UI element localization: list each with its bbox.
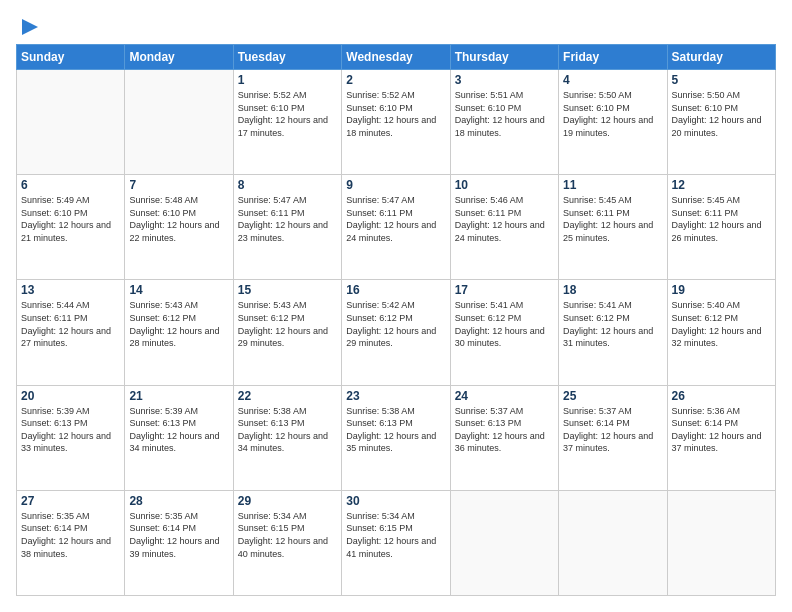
day-info: Sunrise: 5:35 AM Sunset: 6:14 PM Dayligh… bbox=[21, 510, 120, 560]
day-info: Sunrise: 5:38 AM Sunset: 6:13 PM Dayligh… bbox=[346, 405, 445, 455]
day-info: Sunrise: 5:36 AM Sunset: 6:14 PM Dayligh… bbox=[672, 405, 771, 455]
calendar-cell: 18Sunrise: 5:41 AM Sunset: 6:12 PM Dayli… bbox=[559, 280, 667, 385]
day-info: Sunrise: 5:34 AM Sunset: 6:15 PM Dayligh… bbox=[346, 510, 445, 560]
calendar-cell: 20Sunrise: 5:39 AM Sunset: 6:13 PM Dayli… bbox=[17, 385, 125, 490]
calendar-cell: 10Sunrise: 5:46 AM Sunset: 6:11 PM Dayli… bbox=[450, 175, 558, 280]
calendar-cell: 29Sunrise: 5:34 AM Sunset: 6:15 PM Dayli… bbox=[233, 490, 341, 595]
week-row-1: 6Sunrise: 5:49 AM Sunset: 6:10 PM Daylig… bbox=[17, 175, 776, 280]
day-number: 22 bbox=[238, 389, 337, 403]
calendar-cell: 28Sunrise: 5:35 AM Sunset: 6:14 PM Dayli… bbox=[125, 490, 233, 595]
day-info: Sunrise: 5:37 AM Sunset: 6:14 PM Dayligh… bbox=[563, 405, 662, 455]
day-info: Sunrise: 5:43 AM Sunset: 6:12 PM Dayligh… bbox=[238, 299, 337, 349]
day-number: 12 bbox=[672, 178, 771, 192]
day-number: 16 bbox=[346, 283, 445, 297]
calendar-cell: 13Sunrise: 5:44 AM Sunset: 6:11 PM Dayli… bbox=[17, 280, 125, 385]
calendar-cell: 23Sunrise: 5:38 AM Sunset: 6:13 PM Dayli… bbox=[342, 385, 450, 490]
day-number: 9 bbox=[346, 178, 445, 192]
calendar-cell bbox=[559, 490, 667, 595]
day-info: Sunrise: 5:41 AM Sunset: 6:12 PM Dayligh… bbox=[563, 299, 662, 349]
weekday-header-saturday: Saturday bbox=[667, 45, 775, 70]
day-number: 8 bbox=[238, 178, 337, 192]
day-info: Sunrise: 5:47 AM Sunset: 6:11 PM Dayligh… bbox=[346, 194, 445, 244]
calendar-cell: 14Sunrise: 5:43 AM Sunset: 6:12 PM Dayli… bbox=[125, 280, 233, 385]
day-info: Sunrise: 5:43 AM Sunset: 6:12 PM Dayligh… bbox=[129, 299, 228, 349]
day-number: 20 bbox=[21, 389, 120, 403]
day-number: 3 bbox=[455, 73, 554, 87]
day-number: 27 bbox=[21, 494, 120, 508]
day-number: 25 bbox=[563, 389, 662, 403]
calendar-cell: 1Sunrise: 5:52 AM Sunset: 6:10 PM Daylig… bbox=[233, 70, 341, 175]
logo-flag-icon bbox=[18, 16, 40, 38]
day-number: 24 bbox=[455, 389, 554, 403]
day-info: Sunrise: 5:47 AM Sunset: 6:11 PM Dayligh… bbox=[238, 194, 337, 244]
calendar-cell: 11Sunrise: 5:45 AM Sunset: 6:11 PM Dayli… bbox=[559, 175, 667, 280]
weekday-header-monday: Monday bbox=[125, 45, 233, 70]
calendar-cell: 3Sunrise: 5:51 AM Sunset: 6:10 PM Daylig… bbox=[450, 70, 558, 175]
day-number: 30 bbox=[346, 494, 445, 508]
calendar-cell: 5Sunrise: 5:50 AM Sunset: 6:10 PM Daylig… bbox=[667, 70, 775, 175]
day-number: 10 bbox=[455, 178, 554, 192]
header bbox=[16, 16, 776, 34]
day-info: Sunrise: 5:38 AM Sunset: 6:13 PM Dayligh… bbox=[238, 405, 337, 455]
day-number: 28 bbox=[129, 494, 228, 508]
week-row-3: 20Sunrise: 5:39 AM Sunset: 6:13 PM Dayli… bbox=[17, 385, 776, 490]
calendar-cell: 24Sunrise: 5:37 AM Sunset: 6:13 PM Dayli… bbox=[450, 385, 558, 490]
day-info: Sunrise: 5:52 AM Sunset: 6:10 PM Dayligh… bbox=[346, 89, 445, 139]
day-number: 5 bbox=[672, 73, 771, 87]
day-info: Sunrise: 5:37 AM Sunset: 6:13 PM Dayligh… bbox=[455, 405, 554, 455]
day-number: 13 bbox=[21, 283, 120, 297]
day-number: 4 bbox=[563, 73, 662, 87]
calendar-cell: 22Sunrise: 5:38 AM Sunset: 6:13 PM Dayli… bbox=[233, 385, 341, 490]
week-row-4: 27Sunrise: 5:35 AM Sunset: 6:14 PM Dayli… bbox=[17, 490, 776, 595]
calendar-cell: 17Sunrise: 5:41 AM Sunset: 6:12 PM Dayli… bbox=[450, 280, 558, 385]
weekday-header-sunday: Sunday bbox=[17, 45, 125, 70]
day-info: Sunrise: 5:45 AM Sunset: 6:11 PM Dayligh… bbox=[563, 194, 662, 244]
day-number: 26 bbox=[672, 389, 771, 403]
logo bbox=[16, 16, 40, 34]
day-info: Sunrise: 5:50 AM Sunset: 6:10 PM Dayligh… bbox=[563, 89, 662, 139]
weekday-header-friday: Friday bbox=[559, 45, 667, 70]
week-row-2: 13Sunrise: 5:44 AM Sunset: 6:11 PM Dayli… bbox=[17, 280, 776, 385]
weekday-header-tuesday: Tuesday bbox=[233, 45, 341, 70]
calendar-cell: 2Sunrise: 5:52 AM Sunset: 6:10 PM Daylig… bbox=[342, 70, 450, 175]
calendar-cell bbox=[125, 70, 233, 175]
calendar-cell: 19Sunrise: 5:40 AM Sunset: 6:12 PM Dayli… bbox=[667, 280, 775, 385]
calendar-cell: 16Sunrise: 5:42 AM Sunset: 6:12 PM Dayli… bbox=[342, 280, 450, 385]
svg-marker-0 bbox=[22, 19, 38, 35]
day-info: Sunrise: 5:42 AM Sunset: 6:12 PM Dayligh… bbox=[346, 299, 445, 349]
day-info: Sunrise: 5:34 AM Sunset: 6:15 PM Dayligh… bbox=[238, 510, 337, 560]
calendar-cell: 25Sunrise: 5:37 AM Sunset: 6:14 PM Dayli… bbox=[559, 385, 667, 490]
day-number: 21 bbox=[129, 389, 228, 403]
day-number: 14 bbox=[129, 283, 228, 297]
day-info: Sunrise: 5:46 AM Sunset: 6:11 PM Dayligh… bbox=[455, 194, 554, 244]
day-number: 17 bbox=[455, 283, 554, 297]
calendar-cell: 7Sunrise: 5:48 AM Sunset: 6:10 PM Daylig… bbox=[125, 175, 233, 280]
calendar-cell: 9Sunrise: 5:47 AM Sunset: 6:11 PM Daylig… bbox=[342, 175, 450, 280]
calendar-cell: 6Sunrise: 5:49 AM Sunset: 6:10 PM Daylig… bbox=[17, 175, 125, 280]
day-info: Sunrise: 5:48 AM Sunset: 6:10 PM Dayligh… bbox=[129, 194, 228, 244]
day-number: 15 bbox=[238, 283, 337, 297]
calendar-cell: 4Sunrise: 5:50 AM Sunset: 6:10 PM Daylig… bbox=[559, 70, 667, 175]
day-number: 1 bbox=[238, 73, 337, 87]
day-info: Sunrise: 5:52 AM Sunset: 6:10 PM Dayligh… bbox=[238, 89, 337, 139]
day-number: 6 bbox=[21, 178, 120, 192]
weekday-header-wednesday: Wednesday bbox=[342, 45, 450, 70]
day-info: Sunrise: 5:40 AM Sunset: 6:12 PM Dayligh… bbox=[672, 299, 771, 349]
calendar-cell bbox=[17, 70, 125, 175]
day-number: 23 bbox=[346, 389, 445, 403]
day-number: 19 bbox=[672, 283, 771, 297]
weekday-header-row: SundayMondayTuesdayWednesdayThursdayFrid… bbox=[17, 45, 776, 70]
day-info: Sunrise: 5:49 AM Sunset: 6:10 PM Dayligh… bbox=[21, 194, 120, 244]
calendar-cell: 12Sunrise: 5:45 AM Sunset: 6:11 PM Dayli… bbox=[667, 175, 775, 280]
day-number: 29 bbox=[238, 494, 337, 508]
calendar-cell: 21Sunrise: 5:39 AM Sunset: 6:13 PM Dayli… bbox=[125, 385, 233, 490]
day-info: Sunrise: 5:35 AM Sunset: 6:14 PM Dayligh… bbox=[129, 510, 228, 560]
calendar-table: SundayMondayTuesdayWednesdayThursdayFrid… bbox=[16, 44, 776, 596]
calendar-cell: 27Sunrise: 5:35 AM Sunset: 6:14 PM Dayli… bbox=[17, 490, 125, 595]
calendar-cell: 26Sunrise: 5:36 AM Sunset: 6:14 PM Dayli… bbox=[667, 385, 775, 490]
day-number: 11 bbox=[563, 178, 662, 192]
day-info: Sunrise: 5:39 AM Sunset: 6:13 PM Dayligh… bbox=[129, 405, 228, 455]
day-info: Sunrise: 5:51 AM Sunset: 6:10 PM Dayligh… bbox=[455, 89, 554, 139]
week-row-0: 1Sunrise: 5:52 AM Sunset: 6:10 PM Daylig… bbox=[17, 70, 776, 175]
day-info: Sunrise: 5:50 AM Sunset: 6:10 PM Dayligh… bbox=[672, 89, 771, 139]
